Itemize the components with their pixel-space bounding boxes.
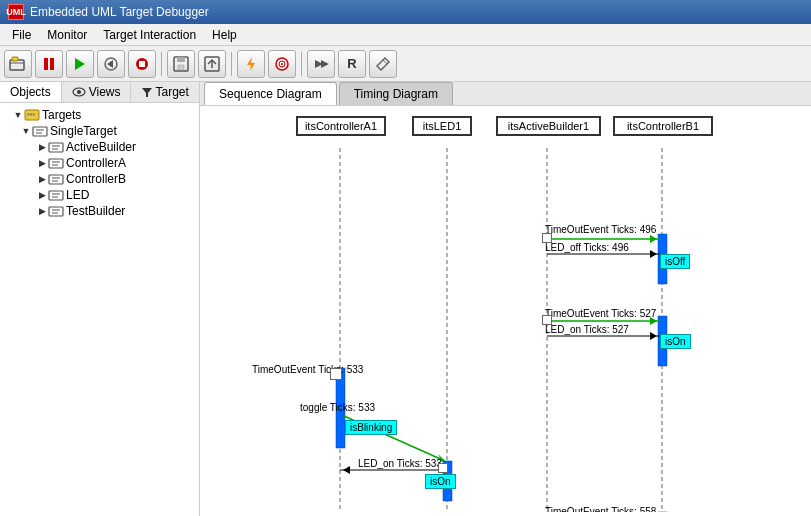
forward-button[interactable]	[307, 50, 335, 78]
svg-rect-41	[49, 207, 63, 216]
tab-timing-diagram[interactable]: Timing Diagram	[339, 82, 453, 105]
step-back-button[interactable]	[97, 50, 125, 78]
label-ledon-533: LED_on Ticks: 533	[358, 458, 442, 469]
svg-rect-35	[49, 175, 63, 184]
svg-marker-23	[142, 88, 152, 97]
svg-rect-1	[12, 57, 18, 61]
play-button[interactable]	[66, 50, 94, 78]
svg-rect-10	[177, 57, 185, 62]
lifeline-box-led1: itsLED1	[412, 116, 472, 136]
tree-arrow-tb[interactable]: ▶	[36, 205, 48, 217]
label-timeout-527: TimeOutEvent Ticks: 527	[545, 308, 656, 319]
arrow-timeout-496-head	[650, 235, 657, 243]
toolbar-sep-2	[231, 52, 232, 76]
arrow-ledoff-head	[650, 250, 657, 258]
pause-button[interactable]	[35, 50, 63, 78]
tree-label-controllerb: ControllerB	[66, 172, 126, 186]
svg-rect-11	[178, 65, 184, 70]
tree-targets[interactable]: ▼ *** Targets	[4, 107, 195, 123]
event-marker-ledon-533	[438, 463, 448, 473]
tab-sequence-diagram[interactable]: Sequence Diagram	[204, 82, 337, 105]
svg-rect-32	[49, 159, 63, 168]
tree-arrow-targets[interactable]: ▼	[12, 109, 24, 121]
tab-views[interactable]: Views	[62, 82, 132, 102]
state-isoff-1: isOff	[660, 254, 690, 269]
led-icon	[48, 188, 64, 202]
svg-rect-3	[50, 58, 54, 70]
arrow-ledon-533-head	[343, 466, 350, 474]
label-ledon-527: LED_on Ticks: 527	[545, 324, 629, 335]
tree-singletarget[interactable]: ▼ SingleTarget	[4, 123, 195, 139]
targets-icon: ***	[24, 108, 40, 122]
svg-rect-2	[44, 58, 48, 70]
toolbar-sep-1	[161, 52, 162, 76]
right-panel: Sequence Diagram Timing Diagram	[200, 82, 811, 516]
event-marker-timeout-533	[330, 368, 342, 380]
tree-label-activebuilder: ActiveBuilder	[66, 140, 136, 154]
tab-target[interactable]: Target	[131, 82, 199, 102]
tree-area: ▼ *** Targets ▼ SingleTarget ▶ ActiveBui…	[0, 103, 199, 223]
sequence-diagram-canvas: itsControllerA1 itsLED1 itsActiveBuilder…	[200, 106, 811, 512]
menu-file[interactable]: File	[4, 26, 39, 44]
target-button[interactable]	[268, 50, 296, 78]
svg-rect-8	[139, 61, 145, 67]
event-marker-timeout-527	[542, 315, 552, 325]
svg-text:***: ***	[27, 112, 35, 119]
tree-label-controllera: ControllerA	[66, 156, 126, 170]
menu-target-interaction[interactable]: Target Interaction	[95, 26, 204, 44]
filter-icon	[141, 86, 153, 98]
svg-marker-4	[75, 58, 85, 70]
testbuilder-icon	[48, 204, 64, 218]
open-button[interactable]	[4, 50, 32, 78]
tree-label-singletarget: SingleTarget	[50, 124, 117, 138]
lifeline-box-activebuilder1: itsActiveBuilder1	[496, 116, 601, 136]
state-ison-1: isOn	[660, 334, 691, 349]
tree-led[interactable]: ▶ LED	[4, 187, 195, 203]
tree-activebuilder[interactable]: ▶ ActiveBuilder	[4, 139, 195, 155]
diagram-tabs: Sequence Diagram Timing Diagram	[200, 82, 811, 106]
svg-point-22	[77, 90, 81, 94]
tree-controllera[interactable]: ▶ ControllerA	[4, 155, 195, 171]
window-title: Embedded UML Target Debugger	[30, 5, 209, 19]
tree-controllerb[interactable]: ▶ ControllerB	[4, 171, 195, 187]
controllerb-icon	[48, 172, 64, 186]
menu-help[interactable]: Help	[204, 26, 245, 44]
flash-button[interactable]	[237, 50, 265, 78]
tree-arrow-ca[interactable]: ▶	[36, 157, 48, 169]
svg-marker-14	[247, 57, 255, 71]
lifeline-box-controllera1: itsControllerA1	[296, 116, 386, 136]
svg-rect-38	[49, 191, 63, 200]
tree-label-led: LED	[66, 188, 89, 202]
label-timeout-533: TimeOutEvent Ticks: 533	[252, 364, 363, 375]
label-timeout-558: TimeOutEvent Ticks: 558	[545, 506, 656, 512]
eye-icon	[72, 87, 86, 97]
tree-arrow-single[interactable]: ▼	[20, 125, 32, 137]
tree-arrow-led[interactable]: ▶	[36, 189, 48, 201]
r-button[interactable]: R	[338, 50, 366, 78]
stop-button[interactable]	[128, 50, 156, 78]
activebuilder-icon	[48, 140, 64, 154]
label-timeout-496: TimeOutEvent Ticks: 496	[545, 224, 656, 235]
tab-objects[interactable]: Objects	[0, 82, 62, 102]
left-panel: Objects Views Target ▼ *** Targets	[0, 82, 200, 516]
menu-monitor[interactable]: Monitor	[39, 26, 95, 44]
tools-button[interactable]	[369, 50, 397, 78]
tree-arrow-cb[interactable]: ▶	[36, 173, 48, 185]
state-ison-2: isOn	[425, 474, 456, 489]
label-toggle-533: toggle Ticks: 533	[300, 402, 375, 413]
event-marker-timeout-496	[542, 233, 552, 243]
tree-arrow-ab[interactable]: ▶	[36, 141, 48, 153]
toolbar-sep-3	[301, 52, 302, 76]
label-ledoff-496: LED_off Ticks: 496	[545, 242, 629, 253]
singletarget-icon	[32, 124, 48, 138]
export-button[interactable]	[198, 50, 226, 78]
lifeline-box-controllerb1: itsControllerB1	[613, 116, 713, 136]
svg-point-17	[281, 63, 283, 65]
save-button[interactable]	[167, 50, 195, 78]
diagram-arrows	[200, 106, 811, 512]
svg-rect-29	[49, 143, 63, 152]
svg-rect-26	[33, 127, 47, 136]
tree-label-targets: Targets	[42, 108, 81, 122]
controllera-icon	[48, 156, 64, 170]
tree-testbuilder[interactable]: ▶ TestBuilder	[4, 203, 195, 219]
